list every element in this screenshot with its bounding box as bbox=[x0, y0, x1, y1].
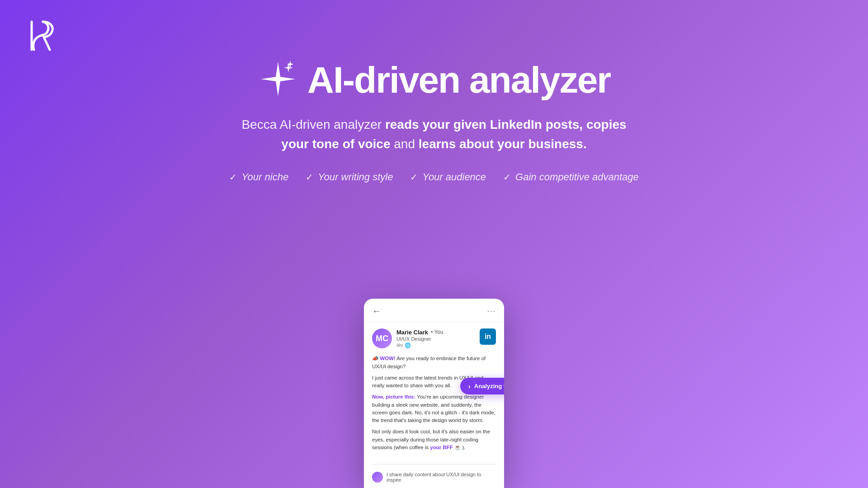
feature-niche: ✓ Your niche bbox=[229, 171, 288, 183]
post-paragraph-4: Not only does it look cool, but it's als… bbox=[372, 428, 496, 451]
feature-writing-label: Your writing style bbox=[318, 171, 393, 183]
profile-info: Marie Clark • You UI/UX Designer 4hr 🌐 bbox=[396, 329, 443, 348]
bottom-avatar-icon bbox=[372, 472, 383, 483]
feature-audience-label: Your audience bbox=[422, 171, 486, 183]
divider bbox=[372, 464, 496, 465]
profile-meta: 4hr 🌐 bbox=[396, 343, 443, 348]
profile-role: UI/UX Designer bbox=[396, 336, 443, 342]
profile-left: MC Marie Clark • You UI/UX Designer 4hr … bbox=[372, 328, 443, 348]
card-header: ← ··· bbox=[364, 299, 504, 322]
mockup-container: ← ··· MC Marie Clark • You UI/UX Designe… bbox=[364, 299, 504, 488]
main-content: AI-driven analyzer Becca AI-driven analy… bbox=[0, 59, 868, 206]
features-list: ✓ Your niche ✓ Your writing style ✓ Your… bbox=[229, 171, 639, 183]
analyzing-label: Analyzing voice bbox=[474, 383, 504, 389]
bottom-text: I share daily content about UX/UI design… bbox=[387, 472, 496, 483]
linkedin-button[interactable]: in bbox=[480, 328, 496, 345]
feature-audience: ✓ Your audience bbox=[410, 171, 486, 183]
sparkle-icon bbox=[258, 60, 298, 100]
profile-section: MC Marie Clark • You UI/UX Designer 4hr … bbox=[364, 322, 504, 353]
globe-icon: 🌐 bbox=[405, 343, 411, 348]
post-content: 📣 WOW! Are you ready to embrace the futu… bbox=[364, 353, 504, 460]
check-icon-competitive: ✓ bbox=[503, 172, 511, 183]
post-para4-end: ). bbox=[461, 445, 465, 450]
back-button[interactable]: ← bbox=[372, 306, 381, 316]
hero-subtitle: Becca AI-driven analyzer reads your give… bbox=[231, 115, 637, 154]
profile-name: Marie Clark • You bbox=[396, 329, 443, 336]
emoji-icon: 📣 bbox=[372, 356, 380, 361]
analyzing-arrow-icon: › bbox=[468, 382, 471, 390]
you-badge: • You bbox=[431, 329, 443, 335]
feature-writing-style: ✓ Your writing style bbox=[306, 171, 393, 183]
wow-text: WOW! bbox=[380, 356, 395, 361]
feature-niche-label: Your niche bbox=[241, 171, 288, 183]
feature-competitive-label: Gain competitive advantage bbox=[515, 171, 639, 183]
hero-title-container: AI-driven analyzer bbox=[258, 59, 610, 101]
bff-text: your BFF ☕ bbox=[430, 445, 461, 450]
bottom-profile: I share daily content about UX/UI design… bbox=[364, 468, 504, 488]
phone-card: ← ··· MC Marie Clark • You UI/UX Designe… bbox=[364, 299, 504, 488]
page-title: AI-driven analyzer bbox=[307, 59, 610, 101]
now-picture-text: Now, picture this: bbox=[372, 394, 415, 399]
more-button[interactable]: ··· bbox=[487, 307, 496, 315]
logo bbox=[25, 18, 57, 58]
post-paragraph-1: 📣 WOW! Are you ready to embrace the futu… bbox=[372, 355, 496, 371]
feature-competitive: ✓ Gain competitive advantage bbox=[503, 171, 639, 183]
check-icon-writing: ✓ bbox=[306, 172, 313, 183]
check-icon-audience: ✓ bbox=[410, 172, 418, 183]
analyzing-badge: › Analyzing voice bbox=[460, 378, 504, 394]
avatar: MC bbox=[372, 328, 392, 348]
check-icon-niche: ✓ bbox=[229, 172, 237, 183]
post-paragraph-3: Now, picture this: You're an upcoming de… bbox=[372, 393, 496, 424]
